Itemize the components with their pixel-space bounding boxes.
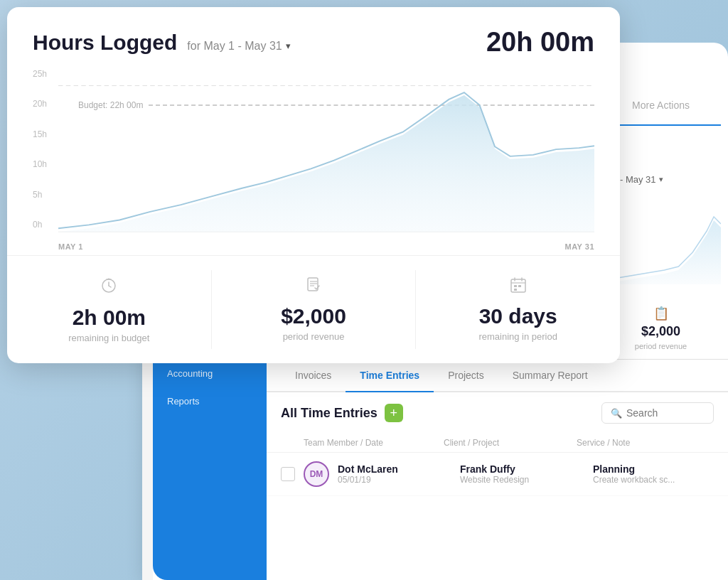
- right-panel-stat-icon: 📋: [653, 306, 669, 321]
- chevron-down-icon: ▾: [286, 41, 291, 51]
- tab-summary-report[interactable]: Summary Report: [498, 360, 602, 392]
- right-panel-stat-label: period revenue: [635, 342, 687, 350]
- main-content: Invoices Time Entries Projects Summary R…: [267, 360, 728, 580]
- service-name: Planning: [593, 463, 714, 475]
- x-label-may1: MAY 1: [58, 242, 83, 251]
- date-range-text: for May 1 - May 31: [187, 40, 282, 53]
- search-input[interactable]: [626, 407, 705, 419]
- stat-remaining-period: 30 days remaining in period: [416, 270, 620, 349]
- stat-remaining-budget: 2h 00m remaining in budget: [7, 270, 212, 349]
- x-label-may31: MAY 31: [564, 242, 594, 251]
- table-title: All Time Entries: [281, 406, 378, 421]
- client-name: Frank Duffy: [460, 463, 584, 475]
- table-header: All Time Entries + 🔍: [267, 392, 728, 434]
- stat-remaining-budget-value: 2h 00m: [73, 306, 146, 330]
- y-label-5: 5h: [33, 190, 47, 200]
- client-info: Frank Duffy Website Redesign: [460, 463, 584, 485]
- stat-remaining-budget-label: remaining in budget: [68, 333, 149, 343]
- y-label-10: 10h: [33, 159, 47, 169]
- card-title-group: Hours Logged for May 1 - May 31 ▾: [33, 31, 291, 55]
- stat-period-revenue-label: period revenue: [283, 331, 345, 342]
- member-name: Dot McLaren: [338, 463, 451, 475]
- svg-rect-19: [514, 289, 517, 291]
- y-label-15: 15h: [33, 129, 47, 139]
- avatar: DM: [304, 461, 329, 487]
- col-service-header: Service / Note: [577, 438, 714, 448]
- y-label-25: 25h: [33, 69, 47, 79]
- timer-icon: [100, 276, 118, 299]
- x-axis: MAY 1 MAY 31: [58, 242, 594, 251]
- tabs-bar: Invoices Time Entries Projects Summary R…: [267, 360, 728, 392]
- search-box: 🔍: [601, 402, 714, 424]
- y-label-0: 0h: [33, 220, 47, 230]
- more-actions-label[interactable]: More Actions: [632, 100, 690, 111]
- col-member-header: Team Member / Date: [304, 438, 435, 448]
- chart-area: 25h 20h 15h 10h 5h 0h Budget: 22h 00m: [7, 63, 620, 255]
- card-header: Hours Logged for May 1 - May 31 ▾ 20h 00…: [7, 7, 620, 63]
- search-icon: 🔍: [611, 408, 622, 419]
- receipt-icon: [304, 276, 323, 297]
- tab-projects[interactable]: Projects: [434, 360, 498, 392]
- main-card: Hours Logged for May 1 - May 31 ▾ 20h 00…: [7, 7, 620, 363]
- table-row: DM Dot McLaren 05/01/19 Frank Duffy Webs…: [267, 453, 728, 496]
- total-hours: 20h 00m: [486, 27, 594, 58]
- right-panel-stat-value: $2,000: [641, 324, 680, 339]
- stat-period-revenue: $2,000 period revenue: [212, 270, 417, 349]
- tab-time-entries[interactable]: Time Entries: [346, 360, 434, 392]
- column-headers: Team Member / Date Client / Project Serv…: [267, 434, 728, 453]
- y-label-20: 20h: [33, 99, 47, 109]
- stat-remaining-period-label: remaining in period: [478, 331, 557, 342]
- svg-rect-18: [518, 285, 521, 287]
- chevron-down-icon: ▾: [659, 175, 663, 184]
- date-range-selector[interactable]: for May 1 - May 31 ▾: [187, 40, 290, 53]
- app-section: Accounting Reports Invoices Time Entries…: [153, 359, 728, 580]
- sidebar: Accounting Reports: [153, 360, 267, 580]
- client-project: Website Redesign: [460, 475, 584, 485]
- svg-line-6: [109, 286, 111, 287]
- service-info: Planning Create workback sc...: [593, 463, 714, 485]
- sidebar-item-reports[interactable]: Reports: [153, 387, 267, 415]
- stat-period-revenue-value: $2,000: [281, 304, 346, 328]
- chart-svg-wrapper: [58, 69, 594, 235]
- stat-remaining-period-value: 30 days: [479, 304, 557, 328]
- add-entry-button[interactable]: +: [385, 404, 403, 422]
- svg-rect-17: [514, 285, 517, 287]
- service-note: Create workback sc...: [593, 475, 714, 485]
- col-client-header: Client / Project: [444, 438, 568, 448]
- y-axis: 25h 20h 15h 10h 5h 0h: [33, 69, 47, 230]
- row-checkbox[interactable]: [281, 467, 295, 481]
- member-info: Dot McLaren 05/01/19: [338, 463, 451, 485]
- tab-invoices[interactable]: Invoices: [281, 360, 346, 392]
- sidebar-item-accounting[interactable]: Accounting: [153, 360, 267, 387]
- table-title-group: All Time Entries +: [281, 404, 403, 422]
- member-date: 05/01/19: [338, 475, 451, 485]
- calendar-icon: [509, 276, 528, 297]
- card-title: Hours Logged: [33, 31, 177, 55]
- stats-row: 2h 00m remaining in budget $2,000 period…: [7, 255, 620, 363]
